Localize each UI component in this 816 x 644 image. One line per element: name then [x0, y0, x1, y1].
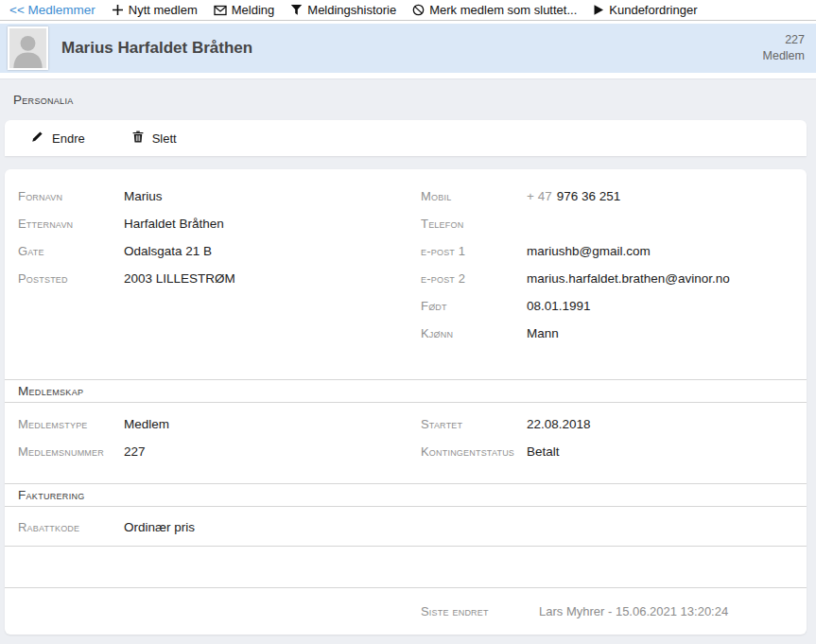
field-gate: Gate Odalsgata 21 B	[5, 237, 408, 265]
message-history-button[interactable]: Meldingshistorie	[290, 3, 396, 17]
trash-icon	[132, 131, 144, 146]
field-value: Mann	[527, 326, 559, 340]
field-startet: Startet 22.08.2018	[408, 410, 807, 438]
field-label: e-post 2	[408, 271, 527, 286]
field-poststed: Poststed 2003 LILLESTRØM	[5, 265, 408, 292]
field-value: Betalt	[527, 444, 560, 459]
mark-member-ended-button[interactable]: Merk medlem som sluttet...	[412, 3, 577, 17]
top-menu-bar: << Medlemmer Nytt medlem Melding Melding…	[0, 0, 816, 21]
field-value: marius.harfaldet.brathen@avinor.no	[527, 271, 730, 286]
divider	[0, 156, 816, 169]
field-rabattkode: Rabattkode Ordinær pris	[5, 513, 408, 541]
field-value: Harfaldet Bråthen	[124, 217, 224, 231]
back-to-members-link[interactable]: << Medlemmer	[9, 3, 95, 17]
member-name: Marius Harfaldet Bråthen	[61, 39, 252, 58]
field-label: Rabattkode	[5, 520, 124, 534]
field-kontingentstatus: Kontingentstatus Betalt	[408, 438, 807, 465]
envelope-icon	[214, 5, 227, 16]
filter-icon	[290, 4, 303, 16]
field-medlemstype: Medlemstype Medlem	[5, 410, 408, 438]
personalia-title: Personalia	[13, 93, 74, 107]
plus-icon	[112, 4, 124, 16]
edit-label: Endre	[52, 131, 85, 146]
member-type: Medlem	[763, 48, 805, 65]
member-detail-card: Fornavn Marius Etternavn Harfaldet Bråth…	[5, 169, 807, 635]
customer-receivables-button[interactable]: Kundefordringer	[593, 3, 697, 17]
mark-member-ended-label: Merk medlem som sluttet...	[429, 3, 577, 17]
field-label: Medlemsnummer	[5, 444, 124, 459]
field-value: + 47 976 36 251	[527, 189, 620, 203]
field-value: 22.08.2018	[527, 417, 591, 431]
field-label: Født	[408, 299, 527, 313]
member-number: 227	[763, 32, 805, 49]
field-label: Gate	[5, 244, 124, 258]
phone-country-prefix: + 47	[527, 189, 552, 203]
last-modified-row: Siste endret Lars Myhrer - 15.06.2021 13…	[5, 588, 807, 635]
field-value: 227	[124, 444, 146, 459]
field-label: Kontingentstatus	[408, 444, 527, 459]
field-mobil: Mobil + 47 976 36 251	[408, 183, 807, 210]
delete-label: Slett	[152, 131, 177, 146]
field-value: Ordinær pris	[124, 520, 195, 534]
field-label: Poststed	[5, 271, 124, 286]
avatar	[8, 26, 48, 70]
new-member-button[interactable]: Nytt medlem	[112, 3, 198, 17]
section-personalia-header: Personalia	[0, 78, 816, 120]
fakturering-fields: Rabattkode Ordinær pris	[5, 507, 807, 546]
section-fakturering-header: Fakturering	[5, 483, 807, 507]
delete-button[interactable]: Slett	[132, 131, 177, 146]
empty-band	[5, 547, 807, 588]
message-label: Melding	[232, 3, 275, 17]
field-epost-1: e-post 1 mariushb@gmail.com	[408, 237, 807, 265]
field-label: Mobil	[408, 189, 527, 203]
field-value: Medlem	[124, 417, 169, 431]
customer-receivables-label: Kundefordringer	[609, 3, 697, 17]
field-telefon: Telefon	[408, 210, 807, 237]
last-modified-label: Siste endret	[421, 604, 539, 618]
field-value: Marius	[124, 189, 163, 203]
block-icon	[412, 4, 425, 16]
field-label: Kjønn	[408, 326, 527, 340]
person-silhouette-icon	[9, 28, 46, 68]
edit-button[interactable]: Endre	[31, 131, 85, 146]
message-history-label: Meldingshistorie	[307, 3, 396, 17]
section-medlemskap-header: Medlemskap	[5, 379, 807, 403]
fields-block: Fornavn Marius Etternavn Harfaldet Bråth…	[5, 169, 807, 547]
field-label: e-post 1	[408, 244, 527, 258]
field-label: Fornavn	[5, 189, 124, 203]
member-header: Marius Harfaldet Bråthen 227 Medlem	[0, 24, 816, 73]
record-toolbar: Endre Slett	[5, 120, 807, 156]
field-value: Odalsgata 21 B	[124, 244, 212, 258]
field-fornavn: Fornavn Marius	[5, 183, 408, 210]
field-label: Startet	[408, 417, 527, 431]
field-value: 08.01.1991	[527, 299, 591, 313]
field-fodt: Født 08.01.1991	[408, 292, 807, 320]
pencil-icon	[31, 131, 43, 146]
phone-number: 976 36 251	[557, 189, 621, 203]
new-member-label: Nytt medlem	[129, 3, 198, 17]
play-icon	[593, 4, 604, 16]
fakturering-title: Fakturering	[18, 488, 85, 502]
field-epost-2: e-post 2 marius.harfaldet.brathen@avinor…	[408, 265, 807, 292]
field-medlemsnummer: Medlemsnummer 227	[5, 438, 408, 465]
medlemskap-title: Medlemskap	[18, 384, 83, 398]
field-kjonn: Kjønn Mann	[408, 320, 807, 347]
personalia-fields: Fornavn Marius Etternavn Harfaldet Bråth…	[5, 169, 807, 347]
field-label: Etternavn	[5, 217, 124, 231]
medlemskap-fields: Medlemstype Medlem Medlemsnummer 227 Sta…	[5, 403, 807, 465]
field-value: 2003 LILLESTRØM	[124, 271, 235, 286]
field-etternavn: Etternavn Harfaldet Bråthen	[5, 210, 408, 237]
last-modified-value: Lars Myhrer - 15.06.2021 13:20:24	[539, 604, 728, 618]
field-label: Telefon	[408, 217, 527, 231]
message-button[interactable]: Melding	[214, 3, 275, 17]
field-value: mariushb@gmail.com	[527, 244, 651, 258]
member-meta: 227 Medlem	[763, 32, 816, 65]
field-label: Medlemstype	[5, 417, 124, 431]
